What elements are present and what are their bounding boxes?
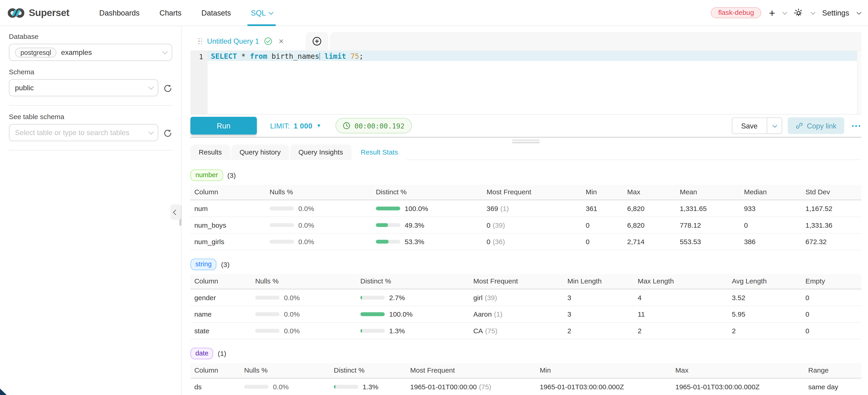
percent-value: 1.3% [389, 327, 405, 335]
column-header: Nulls % [266, 188, 372, 196]
most-frequent-cell: 369(1) [483, 205, 582, 212]
new-query-tab-button[interactable] [306, 32, 328, 50]
distinct-cell: 100.0% [356, 310, 469, 318]
database-engine-tag: postgresql [15, 47, 57, 57]
link-icon [795, 122, 803, 130]
database-select[interactable]: postgresql examples [9, 44, 172, 61]
column-header: Mean [676, 188, 740, 196]
stats-section-date: date(1)ColumnNulls %Distinct %Most Frequ… [190, 348, 861, 395]
stat-value: 1965-01-01T03:00:00.000Z [672, 383, 804, 391]
nav-item-dashboards[interactable]: Dashboards [89, 0, 150, 25]
nav-item-charts[interactable]: Charts [150, 0, 191, 25]
superset-logo[interactable]: Superset [8, 7, 69, 19]
close-tab-icon[interactable]: ✕ [278, 37, 284, 45]
column-name: name [190, 310, 251, 318]
caret-down-icon: ▼ [316, 123, 321, 128]
query-tab-title: Untitled Query 1 [207, 37, 259, 45]
save-split-button: Save [732, 118, 782, 134]
table-row: num_girls0.0%53.3%0(36)02,714553.5338667… [190, 234, 861, 250]
column-header: Avg Length [728, 277, 802, 285]
nulls-cell: 0.0% [251, 294, 356, 302]
settings-menu[interactable]: Settings [822, 9, 849, 17]
most-frequent-value: CA [473, 327, 483, 335]
nulls-cell: 0.0% [266, 221, 372, 229]
table-header-row: ColumnNulls %Distinct %Most FrequentMinM… [190, 185, 861, 201]
table-header-row: ColumnNulls %Distinct %Most FrequentMinM… [190, 363, 861, 379]
more-actions-button[interactable] [852, 125, 860, 126]
column-header: Median [740, 188, 802, 196]
stat-value: 6,820 [623, 205, 676, 212]
nav-item-datasets[interactable]: Datasets [191, 0, 241, 25]
tab-query-history[interactable]: Query history [231, 145, 289, 160]
stat-value: 3.52 [728, 294, 802, 302]
query-timer-badge: 00:00:00.192 [336, 118, 412, 133]
superset-sql-lab: Superset Dashboards Charts Datasets SQL … [0, 0, 868, 395]
chevron-down-icon[interactable] [811, 10, 816, 15]
stat-value: 778.12 [676, 221, 740, 229]
nulls-bar [255, 329, 280, 333]
refresh-tables-icon[interactable] [163, 128, 172, 137]
tab-result-stats[interactable]: Result Stats [352, 145, 406, 160]
column-header: Distinct % [356, 277, 469, 285]
stat-value: 0 [740, 221, 802, 229]
most-frequent-cell: 1965-01-01T00:00:00(75) [406, 383, 536, 391]
percent-value: 0.0% [299, 221, 314, 229]
stat-value: 1,331.36 [802, 221, 861, 229]
table-select[interactable]: Select table or type to search tables [9, 124, 158, 141]
table-header-row: ColumnNulls %Distinct %Most FrequentMin … [190, 274, 861, 290]
column-header: Min [536, 366, 672, 374]
nav-right: flask-debug + Settings [711, 7, 860, 18]
tab-query-insights[interactable]: Query Insights [290, 145, 351, 160]
column-header: Column [190, 188, 266, 196]
tab-results[interactable]: Results [190, 145, 230, 160]
nulls-bar [270, 223, 294, 227]
chevron-down-icon [148, 84, 154, 90]
limit-dropdown[interactable]: LIMIT: 1 000 ▼ [270, 122, 321, 130]
percent-value: 49.3% [405, 221, 425, 229]
run-query-button[interactable]: Run [190, 117, 257, 134]
south-resize-handle[interactable] [190, 138, 861, 145]
table-row: gender0.0%2.7%girl(39)343.520 [190, 290, 861, 306]
nulls-bar [255, 296, 280, 299]
refresh-schemas-icon[interactable] [163, 84, 172, 92]
query-tab[interactable]: Untitled Query 1 ✕ [190, 32, 304, 50]
drag-handle-icon[interactable] [198, 38, 202, 44]
stat-value: 11 [634, 310, 728, 318]
save-button[interactable]: Save [732, 118, 767, 134]
editor-code-area[interactable]: SELECT * from birth_names limit 75; [208, 51, 861, 114]
theme-sun-icon[interactable] [794, 8, 803, 18]
sql-editor-panel: Untitled Query 1 ✕ 1 SELECT [182, 26, 868, 395]
tabstrip-filler [330, 32, 861, 50]
column-count: (1) [218, 350, 226, 358]
nulls-cell: 0.0% [266, 205, 372, 212]
new-item-plus-icon[interactable]: + [769, 7, 775, 18]
most-frequent-value: 0 [487, 221, 491, 229]
distinct-cell: 1.3% [356, 327, 469, 335]
main-menu: Dashboards Charts Datasets SQL [89, 0, 282, 25]
stats-section-number: number(3)ColumnNulls %Distinct %Most Fre… [190, 170, 861, 250]
schema-value: public [15, 84, 144, 92]
column-header: Distinct % [372, 188, 483, 196]
stat-value: 933 [740, 205, 802, 212]
save-options-button[interactable] [767, 118, 782, 134]
percent-value: 0.0% [299, 238, 314, 245]
chevron-down-icon[interactable] [782, 10, 787, 15]
copy-link-button[interactable]: Copy link [787, 118, 844, 134]
schema-select[interactable]: public [9, 79, 158, 96]
nulls-bar [270, 240, 294, 244]
stat-value: 0 [802, 327, 861, 335]
percent-value: 53.3% [405, 238, 425, 245]
editor-scrollbar[interactable] [857, 51, 861, 114]
nav-item-sql[interactable]: SQL [241, 0, 282, 25]
most-frequent-value: 369 [487, 205, 498, 212]
sql-code-editor[interactable]: 1 SELECT * from birth_names limit 75; [190, 50, 861, 115]
most-frequent-count: (39) [493, 221, 505, 229]
stat-value: 1,167.52 [802, 205, 861, 212]
plus-circle-icon [312, 37, 321, 46]
collapse-sidebar-button[interactable] [170, 204, 181, 220]
column-count: (3) [221, 261, 229, 268]
database-label: Database [9, 33, 172, 40]
chevron-left-icon [173, 209, 179, 215]
distinct-bar [361, 296, 385, 299]
column-header: Max [672, 366, 804, 374]
